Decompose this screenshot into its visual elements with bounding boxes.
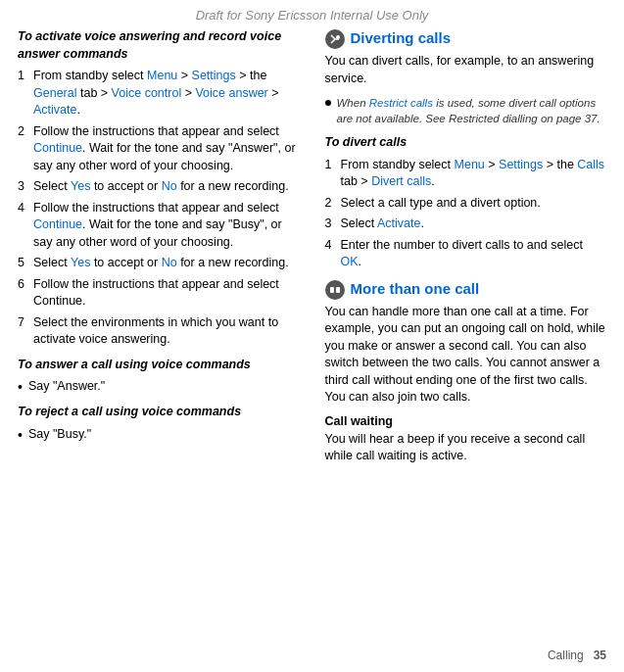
- step-num: 4: [325, 237, 337, 271]
- step-text: Select Yes to accept or No for a new rec…: [33, 255, 289, 272]
- svg-rect-1: [330, 287, 334, 293]
- restrict-calls-link: Restrict calls: [369, 97, 433, 109]
- general-link: General: [33, 86, 76, 100]
- step-num: 7: [18, 314, 29, 349]
- left-column: To activate voice answering and record v…: [18, 28, 304, 473]
- settings-link: Settings: [192, 69, 236, 82]
- step-1: 1 From standby select Menu > Settings > …: [18, 68, 300, 120]
- divert-step-3: 3 Select Activate.: [325, 216, 607, 233]
- header-text: Draft for Sony Ericsson Internal Use Onl…: [196, 8, 429, 23]
- voice-control-link: Voice control: [112, 86, 182, 100]
- step-text: Select Yes to accept or No for a new rec…: [33, 178, 289, 196]
- step-2: 2 Follow the instructions that appear an…: [18, 123, 300, 175]
- note-dot-icon: [325, 100, 331, 106]
- step-text: Select a call type and a divert option.: [341, 195, 541, 213]
- step-7: 7 Select the environments in which you w…: [18, 314, 300, 349]
- left-section1-steps: 1 From standby select Menu > Settings > …: [18, 68, 300, 349]
- step-num: 6: [18, 276, 29, 311]
- note-text: When Restrict calls is used, some divert…: [337, 95, 607, 126]
- left-section3-bullets: Say "Busy.": [18, 426, 300, 444]
- divert-step-4: 4 Enter the number to divert calls to an…: [325, 237, 607, 271]
- page-footer: Calling 35: [548, 648, 606, 662]
- left-section3-title: To reject a call using voice commands: [18, 404, 300, 421]
- svg-point-0: [336, 35, 340, 39]
- multi-call-icon-svg: [329, 284, 341, 296]
- continue-link: Continue: [33, 141, 82, 155]
- left-section2-title: To answer a call using voice commands: [18, 357, 300, 374]
- multi-call-icon: [325, 280, 345, 300]
- more-than-one-call-body: You can handle more than one call at a t…: [325, 304, 607, 407]
- divert-icon: [325, 29, 345, 49]
- step-6: 6 Follow the instructions that appear an…: [18, 276, 300, 311]
- divert-step-1: 1 From standby select Menu > Settings > …: [325, 157, 607, 191]
- svg-rect-2: [336, 287, 340, 293]
- to-divert-calls-title: To divert calls: [325, 134, 607, 152]
- footer-label: Calling: [548, 648, 584, 662]
- step-4: 4 Follow the instructions that appear an…: [18, 200, 300, 252]
- left-section1-title: To activate voice answering and record v…: [18, 28, 300, 63]
- no-link: No: [162, 179, 177, 193]
- bullet-text: Say "Busy.": [28, 426, 91, 444]
- right-column: Diverting calls You can divert calls, fo…: [321, 28, 607, 473]
- ok-link: OK: [341, 255, 359, 268]
- call-waiting-body: You will hear a beep if you receive a se…: [325, 431, 607, 465]
- step-num: 2: [18, 123, 29, 175]
- no-link2: No: [162, 256, 177, 269]
- more-than-one-call-title: More than one call: [351, 279, 480, 299]
- step-text: Select Activate.: [341, 216, 424, 233]
- step-num: 1: [325, 157, 337, 191]
- step-text: Enter the number to divert calls to and …: [341, 237, 607, 271]
- step-text: Select the environments in which you wan…: [33, 314, 300, 349]
- menu-link: Menu: [147, 69, 177, 82]
- call-waiting-subheading: Call waiting: [325, 414, 607, 428]
- divert-calls-link: Divert calls: [371, 174, 431, 188]
- footer-page: 35: [594, 648, 606, 662]
- step-num: 3: [325, 216, 337, 233]
- step-3: 3 Select Yes to accept or No for a new r…: [18, 178, 300, 196]
- step-5: 5 Select Yes to accept or No for a new r…: [18, 255, 300, 272]
- content-wrapper: To activate voice answering and record v…: [0, 28, 624, 473]
- yes-link2: Yes: [71, 256, 90, 269]
- step-num: 4: [18, 200, 29, 252]
- step-text: From standby select Menu > Settings > th…: [341, 157, 607, 191]
- voice-answer-link: Voice answer: [195, 86, 267, 100]
- divert-icon-svg: [329, 33, 341, 45]
- more-than-one-call-heading: More than one call: [325, 279, 607, 300]
- step-text: From standby select Menu > Settings > th…: [33, 68, 300, 120]
- page-header: Draft for Sony Ericsson Internal Use Onl…: [0, 0, 624, 28]
- step-text: Follow the instructions that appear and …: [33, 276, 300, 311]
- step-num: 1: [18, 68, 29, 120]
- divert-steps: 1 From standby select Menu > Settings > …: [325, 157, 607, 271]
- settings-link: Settings: [499, 158, 543, 171]
- yes-link: Yes: [71, 179, 90, 193]
- activate-link: Activate: [33, 103, 76, 117]
- bullet-item: Say "Answer.": [18, 378, 300, 396]
- bullet-text: Say "Answer.": [28, 378, 105, 396]
- step-text: Follow the instructions that appear and …: [33, 123, 300, 175]
- step-num: 5: [18, 255, 29, 272]
- diverting-calls-intro: You can divert calls, for example, to an…: [325, 53, 607, 87]
- menu-link: Menu: [455, 158, 485, 171]
- step-num: 3: [18, 178, 29, 196]
- step-text: Follow the instructions that appear and …: [33, 200, 300, 252]
- continue-link2: Continue: [33, 217, 82, 231]
- note-block: When Restrict calls is used, some divert…: [325, 95, 607, 126]
- diverting-calls-heading: Diverting calls: [325, 28, 607, 49]
- calls-link: Calls: [577, 158, 604, 171]
- activate-link2: Activate: [377, 216, 420, 230]
- step-num: 2: [325, 195, 337, 213]
- bullet-item: Say "Busy.": [18, 426, 300, 444]
- divert-step-2: 2 Select a call type and a divert option…: [325, 195, 607, 213]
- diverting-calls-title: Diverting calls: [351, 28, 452, 48]
- left-section2-bullets: Say "Answer.": [18, 378, 300, 396]
